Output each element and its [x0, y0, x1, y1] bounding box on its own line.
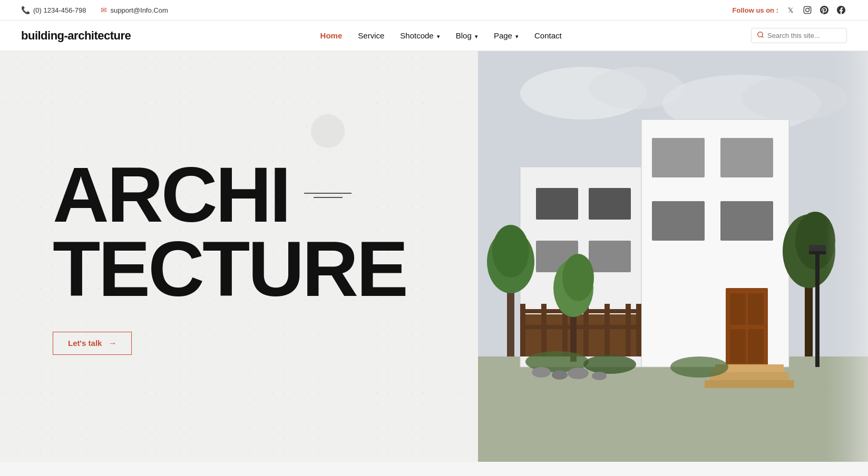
svg-rect-22 [730, 293, 746, 325]
nav-links: Home Service Shotcode ▾ Blog ▾ Page ▾ Co… [320, 31, 562, 41]
svg-rect-13 [589, 188, 631, 220]
svg-line-4 [762, 36, 764, 38]
phone-number: (0) 1234-456-798 [33, 6, 86, 14]
nav-link-service[interactable]: Service [358, 31, 384, 40]
page-arrow: ▾ [514, 33, 519, 39]
svg-rect-20 [720, 201, 773, 241]
svg-rect-12 [536, 188, 578, 220]
svg-point-50 [670, 356, 728, 378]
svg-rect-39 [507, 283, 514, 356]
nav-item-shotcode[interactable]: Shotcode ▾ [400, 31, 440, 41]
svg-rect-17 [652, 138, 705, 177]
follow-label: Follow us on : [733, 6, 778, 14]
svg-point-41 [492, 225, 529, 277]
nav-link-contact[interactable]: Contact [534, 31, 562, 40]
nav-link-blog[interactable]: Blog ▾ [456, 31, 478, 40]
search-input[interactable] [767, 32, 841, 39]
svg-point-3 [758, 32, 763, 37]
cta-arrow-icon: → [108, 339, 116, 348]
search-icon [757, 31, 764, 40]
email-contact: ✉ support@Info.Com [101, 6, 168, 14]
svg-rect-25 [748, 329, 764, 363]
shotcode-arrow: ▾ [435, 33, 440, 39]
svg-rect-57 [809, 245, 826, 251]
nav-item-page[interactable]: Page ▾ [494, 31, 519, 41]
hero-title-archi: ARCHI [53, 158, 289, 232]
navbar: building-architecture Home Service Shotc… [0, 21, 868, 51]
facebook-icon[interactable] [835, 4, 847, 16]
topbar: 📞 (0) 1234-456-798 ✉ support@Info.Com Fo… [0, 0, 868, 21]
instagram-icon[interactable] [802, 4, 813, 16]
social-icons: 𝕏 [785, 4, 847, 16]
blog-arrow: ▾ [473, 33, 478, 39]
svg-point-1 [806, 8, 810, 12]
svg-rect-24 [730, 329, 746, 363]
topbar-right: Follow us on : 𝕏 [733, 4, 847, 16]
svg-rect-29 [520, 314, 641, 356]
nav-link-home[interactable]: Home [320, 31, 343, 40]
title-decoration [304, 193, 352, 198]
svg-point-51 [532, 367, 551, 378]
svg-rect-23 [748, 293, 764, 325]
hero-image [478, 51, 868, 462]
search-box[interactable] [751, 28, 847, 43]
house-illustration [478, 51, 868, 462]
hero-content: ARCHI TECTURE Let's talk → [0, 126, 358, 386]
pinterest-icon[interactable] [818, 4, 830, 16]
nav-link-page[interactable]: Page ▾ [494, 31, 519, 40]
hero-section: ARCHI TECTURE Let's talk → [0, 51, 868, 462]
topbar-left: 📞 (0) 1234-456-798 ✉ support@Info.Com [21, 6, 168, 14]
hero-title: ARCHI TECTURE [53, 158, 358, 306]
svg-point-52 [552, 370, 568, 380]
email-address: support@Info.Com [110, 6, 168, 14]
svg-rect-58 [826, 51, 868, 462]
svg-point-2 [809, 7, 810, 8]
hero-cta: Let's talk → [53, 332, 358, 355]
svg-rect-38 [520, 325, 641, 329]
svg-rect-0 [804, 6, 811, 13]
nav-item-home[interactable]: Home [320, 31, 343, 41]
phone-contact: 📞 (0) 1234-456-798 [21, 6, 86, 14]
lets-talk-button[interactable]: Let's talk → [53, 332, 132, 355]
hero-title-line1: ARCHI [53, 158, 358, 232]
deco-line-2 [314, 197, 343, 198]
hero-title-tecture: TECTURE [53, 232, 358, 306]
twitter-icon[interactable]: 𝕏 [785, 4, 796, 16]
svg-rect-18 [720, 138, 773, 177]
cta-label: Let's talk [68, 339, 102, 348]
nav-item-blog[interactable]: Blog ▾ [456, 31, 478, 41]
svg-rect-19 [652, 201, 705, 241]
svg-point-49 [583, 355, 636, 374]
svg-point-44 [562, 254, 594, 301]
svg-rect-55 [815, 251, 820, 367]
nav-item-service[interactable]: Service [358, 31, 384, 41]
svg-rect-15 [589, 241, 631, 272]
svg-point-53 [568, 368, 589, 379]
nav-link-shotcode[interactable]: Shotcode ▾ [400, 31, 440, 40]
email-icon: ✉ [101, 6, 107, 14]
phone-icon: 📞 [21, 6, 30, 14]
svg-rect-28 [705, 380, 794, 388]
deco-line-1 [304, 193, 352, 194]
svg-point-54 [592, 372, 607, 380]
nav-item-contact[interactable]: Contact [534, 31, 562, 41]
site-logo[interactable]: building-architecture [21, 29, 131, 43]
